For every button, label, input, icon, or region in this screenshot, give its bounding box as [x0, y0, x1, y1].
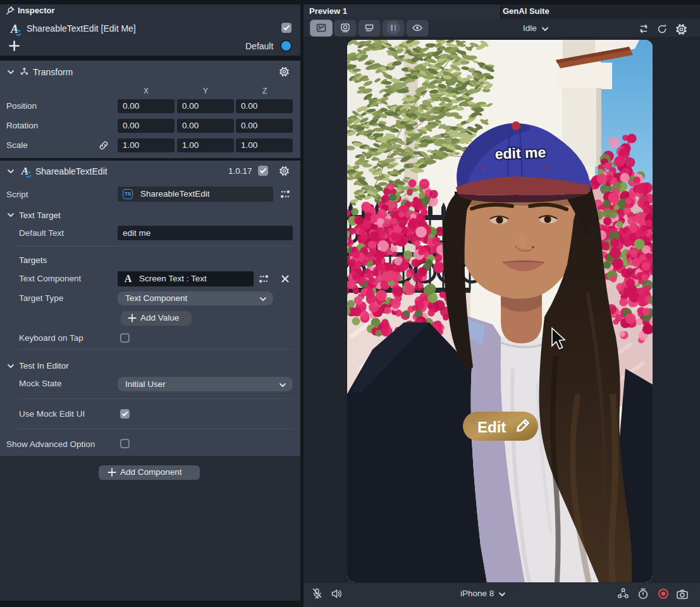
svg-text:edit me: edit me [494, 144, 546, 162]
svg-text:Edit: Edit [477, 419, 506, 436]
